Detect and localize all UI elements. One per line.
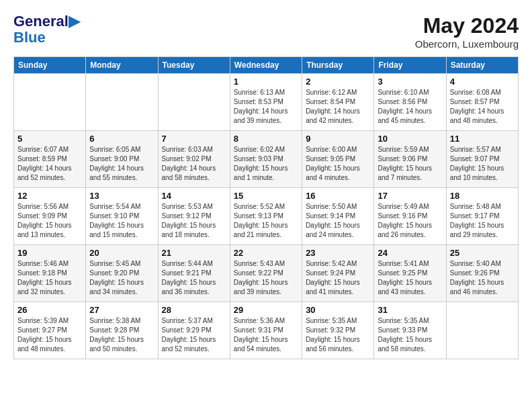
day-number: 7: [162, 134, 226, 144]
calendar-cell: 3Sunrise: 6:10 AMSunset: 8:56 PMDaylight…: [374, 74, 446, 131]
calendar-cell: 21Sunrise: 5:44 AMSunset: 9:21 PMDayligh…: [158, 245, 230, 302]
calendar-week-1: 1Sunrise: 6:13 AMSunset: 8:53 PMDaylight…: [14, 74, 519, 131]
day-number: 13: [89, 191, 154, 201]
day-number: 14: [162, 191, 226, 201]
day-number: 17: [378, 191, 442, 201]
day-number: 21: [162, 248, 226, 258]
day-number: 31: [378, 305, 442, 315]
calendar-cell: 8Sunrise: 6:02 AMSunset: 9:03 PMDaylight…: [230, 131, 302, 188]
day-number: 29: [234, 305, 298, 315]
day-number: 30: [306, 305, 370, 315]
day-number: 2: [306, 77, 370, 87]
day-number: 15: [234, 191, 298, 201]
calendar-cell: 17Sunrise: 5:49 AMSunset: 9:16 PMDayligh…: [374, 188, 446, 245]
day-number: 28: [162, 305, 226, 315]
calendar-cell: 11Sunrise: 5:57 AMSunset: 9:07 PMDayligh…: [446, 131, 518, 188]
weekday-header-monday: Monday: [86, 57, 158, 74]
day-number: 5: [17, 134, 82, 144]
day-info: Sunrise: 5:56 AMSunset: 9:09 PMDaylight:…: [17, 202, 82, 240]
calendar-cell: 20Sunrise: 5:45 AMSunset: 9:20 PMDayligh…: [86, 245, 158, 302]
day-number: 26: [17, 305, 82, 315]
calendar-cell: [86, 74, 158, 131]
day-info: Sunrise: 5:53 AMSunset: 9:12 PMDaylight:…: [162, 202, 226, 240]
day-info: Sunrise: 6:10 AMSunset: 8:56 PMDaylight:…: [378, 88, 442, 126]
calendar-cell: 19Sunrise: 5:46 AMSunset: 9:18 PMDayligh…: [14, 245, 86, 302]
logo: General▶Blue: [13, 13, 80, 46]
weekday-header-friday: Friday: [374, 57, 446, 74]
day-info: Sunrise: 6:07 AMSunset: 8:59 PMDaylight:…: [17, 145, 82, 183]
calendar-cell: 25Sunrise: 5:40 AMSunset: 9:26 PMDayligh…: [446, 245, 518, 302]
day-info: Sunrise: 5:50 AMSunset: 9:14 PMDaylight:…: [306, 202, 370, 240]
day-info: Sunrise: 5:39 AMSunset: 9:27 PMDaylight:…: [17, 316, 82, 354]
day-number: 11: [450, 134, 515, 144]
title-block: May 2024 Obercorn, Luxembourg: [415, 13, 519, 50]
day-info: Sunrise: 6:03 AMSunset: 9:02 PMDaylight:…: [162, 145, 226, 183]
logo-text: General▶Blue: [13, 13, 80, 46]
calendar-cell: 9Sunrise: 6:00 AMSunset: 9:05 PMDaylight…: [302, 131, 374, 188]
day-number: 3: [378, 77, 442, 87]
calendar-cell: [14, 74, 86, 131]
day-info: Sunrise: 5:49 AMSunset: 9:16 PMDaylight:…: [378, 202, 442, 240]
day-info: Sunrise: 6:02 AMSunset: 9:03 PMDaylight:…: [234, 145, 298, 183]
calendar-cell: 14Sunrise: 5:53 AMSunset: 9:12 PMDayligh…: [158, 188, 230, 245]
day-number: 16: [306, 191, 370, 201]
month-title: May 2024: [415, 13, 519, 38]
calendar-cell: 12Sunrise: 5:56 AMSunset: 9:09 PMDayligh…: [14, 188, 86, 245]
calendar-cell: 22Sunrise: 5:43 AMSunset: 9:22 PMDayligh…: [230, 245, 302, 302]
calendar-cell: 26Sunrise: 5:39 AMSunset: 9:27 PMDayligh…: [14, 302, 86, 359]
calendar-cell: 29Sunrise: 5:36 AMSunset: 9:31 PMDayligh…: [230, 302, 302, 359]
day-info: Sunrise: 5:54 AMSunset: 9:10 PMDaylight:…: [89, 202, 154, 240]
calendar-cell: 15Sunrise: 5:52 AMSunset: 9:13 PMDayligh…: [230, 188, 302, 245]
day-number: 20: [89, 248, 154, 258]
day-number: 25: [450, 248, 515, 258]
day-info: Sunrise: 5:59 AMSunset: 9:06 PMDaylight:…: [378, 145, 442, 183]
calendar-week-4: 19Sunrise: 5:46 AMSunset: 9:18 PMDayligh…: [14, 245, 519, 302]
day-info: Sunrise: 5:46 AMSunset: 9:18 PMDaylight:…: [17, 259, 82, 297]
day-number: 23: [306, 248, 370, 258]
day-info: Sunrise: 5:57 AMSunset: 9:07 PMDaylight:…: [450, 145, 515, 183]
calendar-cell: 28Sunrise: 5:37 AMSunset: 9:29 PMDayligh…: [158, 302, 230, 359]
day-info: Sunrise: 5:40 AMSunset: 9:26 PMDaylight:…: [450, 259, 515, 297]
day-info: Sunrise: 5:35 AMSunset: 9:33 PMDaylight:…: [378, 316, 442, 354]
day-number: 24: [378, 248, 442, 258]
weekday-header-wednesday: Wednesday: [230, 57, 302, 74]
calendar-cell: 13Sunrise: 5:54 AMSunset: 9:10 PMDayligh…: [86, 188, 158, 245]
calendar-cell: 1Sunrise: 6:13 AMSunset: 8:53 PMDaylight…: [230, 74, 302, 131]
calendar-week-3: 12Sunrise: 5:56 AMSunset: 9:09 PMDayligh…: [14, 188, 519, 245]
day-info: Sunrise: 5:44 AMSunset: 9:21 PMDaylight:…: [162, 259, 226, 297]
weekday-header-sunday: Sunday: [14, 57, 86, 74]
day-number: 10: [378, 134, 442, 144]
day-info: Sunrise: 5:41 AMSunset: 9:25 PMDaylight:…: [378, 259, 442, 297]
day-info: Sunrise: 6:13 AMSunset: 8:53 PMDaylight:…: [234, 88, 298, 126]
day-number: 4: [450, 77, 515, 87]
calendar-table: SundayMondayTuesdayWednesdayThursdayFrid…: [13, 56, 519, 359]
location-subtitle: Obercorn, Luxembourg: [415, 38, 519, 50]
day-info: Sunrise: 5:45 AMSunset: 9:20 PMDaylight:…: [89, 259, 154, 297]
calendar-header: SundayMondayTuesdayWednesdayThursdayFrid…: [14, 57, 519, 74]
day-number: 27: [89, 305, 154, 315]
day-info: Sunrise: 5:38 AMSunset: 9:28 PMDaylight:…: [89, 316, 154, 354]
day-number: 9: [306, 134, 370, 144]
day-number: 22: [234, 248, 298, 258]
calendar-week-5: 26Sunrise: 5:39 AMSunset: 9:27 PMDayligh…: [14, 302, 519, 359]
calendar-cell: 24Sunrise: 5:41 AMSunset: 9:25 PMDayligh…: [374, 245, 446, 302]
calendar-cell: 23Sunrise: 5:42 AMSunset: 9:24 PMDayligh…: [302, 245, 374, 302]
calendar-cell: 31Sunrise: 5:35 AMSunset: 9:33 PMDayligh…: [374, 302, 446, 359]
calendar-cell: 30Sunrise: 5:35 AMSunset: 9:32 PMDayligh…: [302, 302, 374, 359]
weekday-header-row: SundayMondayTuesdayWednesdayThursdayFrid…: [14, 57, 519, 74]
day-info: Sunrise: 5:35 AMSunset: 9:32 PMDaylight:…: [306, 316, 370, 354]
day-info: Sunrise: 5:37 AMSunset: 9:29 PMDaylight:…: [162, 316, 226, 354]
calendar-cell: 16Sunrise: 5:50 AMSunset: 9:14 PMDayligh…: [302, 188, 374, 245]
calendar-cell: 7Sunrise: 6:03 AMSunset: 9:02 PMDaylight…: [158, 131, 230, 188]
weekday-header-thursday: Thursday: [302, 57, 374, 74]
day-info: Sunrise: 5:42 AMSunset: 9:24 PMDaylight:…: [306, 259, 370, 297]
day-number: 8: [234, 134, 298, 144]
day-info: Sunrise: 6:08 AMSunset: 8:57 PMDaylight:…: [450, 88, 515, 126]
calendar-cell: 27Sunrise: 5:38 AMSunset: 9:28 PMDayligh…: [86, 302, 158, 359]
calendar-cell: 10Sunrise: 5:59 AMSunset: 9:06 PMDayligh…: [374, 131, 446, 188]
day-info: Sunrise: 5:48 AMSunset: 9:17 PMDaylight:…: [450, 202, 515, 240]
calendar-cell: [446, 302, 518, 359]
day-number: 12: [17, 191, 82, 201]
calendar-cell: [158, 74, 230, 131]
calendar-week-2: 5Sunrise: 6:07 AMSunset: 8:59 PMDaylight…: [14, 131, 519, 188]
